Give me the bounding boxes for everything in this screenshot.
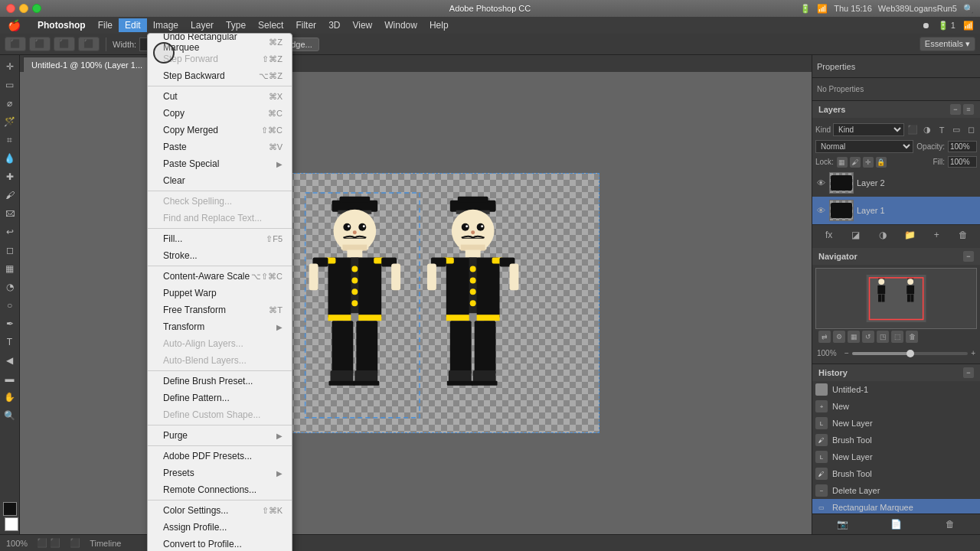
menu-fill[interactable]: Fill... ⇧F5 [148,230,292,247]
adobe-pdf-label: Adobe PDF Presets... [163,451,252,461]
undo-shortcut: ⌘Z [269,37,283,47]
define-pattern-label: Define Pattern... [163,393,230,403]
copy-merged-label: Copy Merged [163,125,218,135]
paste-special-arrow: ▶ [276,160,283,168]
cut-label: Cut [163,91,178,102]
free-transform-shortcut: ⌘T [269,305,283,315]
menu-paste-special[interactable]: Paste Special ▶ [148,155,292,172]
presets-label: Presets [163,468,194,478]
menu-content-aware-scale[interactable]: Content-Aware Scale ⌥⇧⌘C [148,268,292,285]
menu-step-backward[interactable]: Step Backward ⌥⌘Z [148,67,292,84]
menu-define-custom-shape[interactable]: Define Custom Shape... [148,406,292,423]
assign-profile-label: Assign Profile... [163,522,227,533]
paste-label: Paste [163,142,187,152]
menu-auto-align[interactable]: Auto-Align Layers... [148,335,292,352]
menu-copy[interactable]: Copy ⌘C [148,105,292,122]
menu-adobe-pdf[interactable]: Adobe PDF Presets... [148,448,292,465]
menu-check-spelling[interactable]: Check Spelling... [148,193,292,210]
menu-transform[interactable]: Transform ▶ [148,318,292,335]
edit-menu-overlay[interactable]: Undo Rectangular Marquee ⌘Z Step Forward… [0,0,980,551]
fill-menu-label: Fill... [163,233,182,244]
menu-cut[interactable]: Cut ⌘X [148,88,292,105]
paste-special-label: Paste Special [163,158,219,169]
cas-shortcut: ⌥⇧⌘C [251,272,283,282]
menu-convert-profile[interactable]: Convert to Profile... [148,536,292,551]
menu-stroke[interactable]: Stroke... [148,247,292,264]
step-backward-shortcut: ⌥⌘Z [259,71,283,81]
color-settings-label: Color Settings... [163,505,228,516]
menu-puppet-warp[interactable]: Puppet Warp [148,285,292,302]
define-custom-shape-label: Define Custom Shape... [163,409,260,420]
color-settings-shortcut: ⇧⌘K [262,506,283,516]
separator-5 [148,370,292,371]
separator-6 [148,425,292,425]
purge-arrow: ▶ [276,432,283,440]
paste-shortcut: ⌘V [269,142,283,152]
menu-color-settings[interactable]: Color Settings... ⇧⌘K [148,502,292,519]
step-backward-highlight [153,42,175,64]
menu-free-transform[interactable]: Free Transform ⌘T [148,302,292,318]
step-forward-shortcut: ⇧⌘Z [262,54,283,64]
puppet-warp-label: Puppet Warp [163,288,217,298]
separator-1 [148,86,292,86]
auto-blend-label: Auto-Blend Layers... [163,355,247,366]
convert-profile-label: Convert to Profile... [163,539,242,549]
cas-label: Content-Aware Scale [163,271,250,282]
menu-find-replace[interactable]: Find and Replace Text... [148,210,292,227]
stroke-label: Stroke... [163,250,198,261]
menu-copy-merged[interactable]: Copy Merged ⇧⌘C [148,122,292,139]
menu-presets[interactable]: Presets ▶ [148,465,292,481]
menu-paste[interactable]: Paste ⌘V [148,139,292,155]
presets-arrow: ▶ [276,469,283,478]
copy-label: Copy [163,108,185,119]
free-transform-label: Free Transform [163,305,226,315]
copy-merged-shortcut: ⇧⌘C [261,126,283,135]
menu-purge[interactable]: Purge ▶ [148,427,292,444]
step-backward-label: Step Backward [163,70,225,81]
menu-define-brush[interactable]: Define Brush Preset... [148,373,292,390]
separator-2 [148,191,292,191]
find-replace-label: Find and Replace Text... [163,213,262,223]
separator-3 [148,228,292,229]
menu-remote-connections[interactable]: Remote Connections... [148,481,292,498]
define-brush-label: Define Brush Preset... [163,376,253,386]
menu-assign-profile[interactable]: Assign Profile... [148,519,292,536]
transform-arrow: ▶ [276,323,283,331]
auto-align-label: Auto-Align Layers... [163,338,243,349]
edit-menu: Undo Rectangular Marquee ⌘Z Step Forward… [147,33,292,551]
transform-label: Transform [163,321,204,332]
separator-8 [148,500,292,500]
menu-define-pattern[interactable]: Define Pattern... [148,390,292,406]
menu-auto-blend[interactable]: Auto-Blend Layers... [148,352,292,369]
clear-label: Clear [163,175,185,186]
copy-shortcut: ⌘C [268,109,283,119]
fill-shortcut: ⇧F5 [266,234,283,244]
purge-label: Purge [163,430,188,441]
menu-clear[interactable]: Clear [148,172,292,189]
separator-4 [148,266,292,266]
check-spelling-label: Check Spelling... [163,196,232,207]
cut-shortcut: ⌘X [269,92,283,102]
separator-7 [148,445,292,446]
remote-connections-label: Remote Connections... [163,484,256,495]
